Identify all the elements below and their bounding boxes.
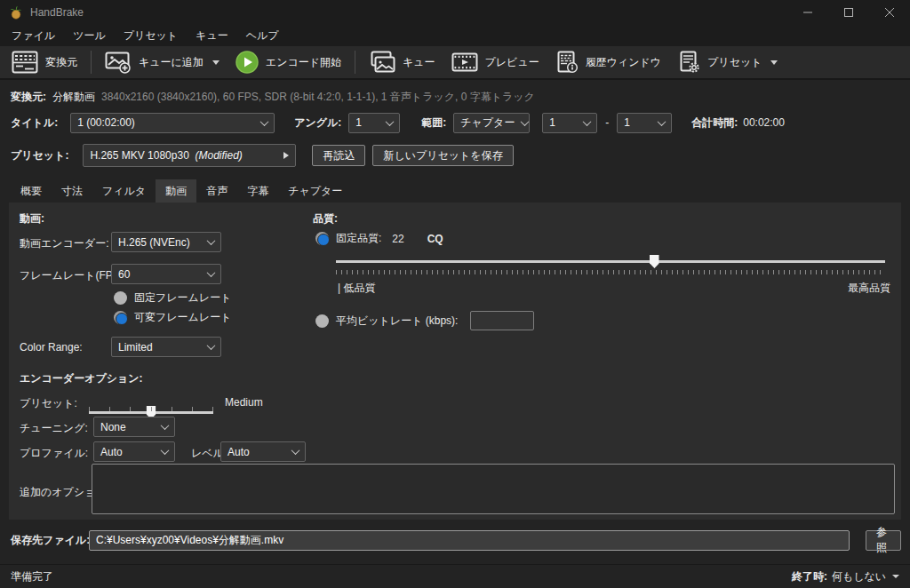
presets-dropdown-icon[interactable]	[770, 60, 778, 65]
preset-label: プリセット:	[11, 148, 68, 163]
menubar: ファイル ツール プリセット キュー ヘルプ	[0, 25, 910, 46]
encoder-preset-ticks	[89, 407, 214, 411]
tab-dimensions[interactable]: 寸法	[52, 179, 92, 203]
tune-value: None	[100, 421, 126, 433]
destination-path-input[interactable]: C:¥Users¥xyz00¥Videos¥分解動画.mkv	[89, 530, 850, 551]
handbrake-window: HandBrake ファイル ツール プリセット キュー ヘルプ	[0, 0, 910, 588]
low-quality-label: | 低品質	[338, 281, 375, 296]
minimize-icon	[803, 8, 812, 17]
video-section-header: 動画:	[20, 211, 44, 226]
close-icon	[885, 8, 894, 17]
tabbar: 概要 寸法 フィルタ 動画 音声 字幕 チャプター	[9, 179, 901, 203]
title-row: タイトル: 1 (00:02:00) アングル: 1 範囲: チャプター 1 -…	[11, 112, 899, 133]
angle-select[interactable]: 1	[348, 113, 400, 133]
vfr-radio-row[interactable]: 可変フレームレート	[114, 310, 231, 325]
close-button[interactable]	[869, 0, 910, 25]
avg-bitrate-input[interactable]	[470, 311, 534, 330]
menu-tools[interactable]: ツール	[64, 25, 115, 47]
add-to-queue-button[interactable]: キューに追加	[97, 47, 228, 77]
minimize-button[interactable]	[787, 0, 828, 25]
preset-select[interactable]: H.265 MKV 1080p30 (Modified)	[83, 144, 296, 167]
cfr-label: 固定フレームレート	[134, 290, 231, 306]
add-to-queue-dropdown-icon[interactable]	[212, 60, 220, 65]
source-details: 3840x2160 (3840x2160), 60 FPS, SDR (8-bi…	[101, 90, 535, 105]
framerate-select[interactable]: 60	[111, 264, 221, 284]
preset-row: プリセット: H.265 MKV 1080p30 (Modified) 再読込 …	[11, 144, 899, 167]
statusbar: 準備完了 終了時: 何もしない	[0, 564, 910, 588]
color-range-value: Limited	[118, 341, 153, 354]
when-done-label: 終了時:	[792, 569, 827, 584]
menu-presets[interactable]: プリセット	[115, 25, 187, 47]
save-new-preset-button[interactable]: 新しいプリセットを保存	[372, 145, 513, 166]
color-range-label: Color Range:	[20, 341, 83, 354]
title-select[interactable]: 1 (00:02:00)	[70, 113, 275, 133]
tab-chapters[interactable]: チャプター	[278, 179, 352, 203]
start-encode-button[interactable]: エンコード開始	[228, 47, 349, 77]
status-text: 準備完了	[11, 569, 53, 584]
video-tab-panel: 動画: 動画エンコーダー: H.265 (NVEnc) フレームレート(FPS)…	[9, 203, 901, 520]
range-end-select[interactable]: 1	[617, 113, 672, 133]
add-to-queue-label: キューに追加	[139, 55, 204, 70]
color-range-select[interactable]: Limited	[111, 337, 221, 357]
cq-radio[interactable]	[315, 232, 329, 245]
quality-slider[interactable]	[336, 254, 885, 268]
activity-log-label: 履歴ウィンドウ	[586, 55, 661, 70]
activity-log-button[interactable]: 履歴ウィンドウ	[547, 47, 669, 77]
avg-bitrate-radio[interactable]	[315, 314, 329, 328]
range-start-value: 1	[549, 116, 555, 129]
preset-select-value: H.265 MKV 1080p30 (Modified)	[90, 149, 242, 162]
tab-summary[interactable]: 概要	[11, 179, 52, 203]
cfr-radio[interactable]	[114, 291, 127, 305]
menu-queue[interactable]: キュー	[187, 25, 237, 47]
tune-select[interactable]: None	[93, 417, 175, 437]
cfr-radio-row[interactable]: 固定フレームレート	[114, 290, 231, 306]
level-select[interactable]: Auto	[220, 441, 306, 462]
vfr-radio[interactable]	[114, 311, 127, 324]
avg-bitrate-radio-row[interactable]: 平均ビットレート (kbps):	[315, 311, 534, 330]
source-icon	[12, 51, 38, 74]
tab-video[interactable]: 動画	[156, 179, 196, 203]
source-button[interactable]: 変換元	[4, 47, 85, 77]
toolbar-separator	[355, 51, 355, 74]
activity-log-icon	[555, 51, 579, 74]
reload-preset-button[interactable]: 再読込	[312, 145, 365, 166]
extra-options-input[interactable]	[92, 464, 895, 514]
when-done-dropdown-icon[interactable]	[892, 575, 899, 578]
destination-path-value: C:¥Users¥xyz00¥Videos¥分解動画.mkv	[96, 533, 283, 548]
profile-label: プロファイル:	[20, 446, 88, 461]
range-start-select[interactable]: 1	[542, 113, 597, 133]
cq-radio-row[interactable]: 固定品質: 22 CQ	[315, 231, 443, 246]
quality-section-header: 品質:	[313, 211, 338, 226]
when-done-control[interactable]: 終了時: 何もしない	[792, 569, 899, 584]
source-info-row: 変換元: 分解動画 3840x2160 (3840x2160), 60 FPS,…	[11, 90, 899, 105]
destination-label: 保存先ファイル:	[11, 533, 90, 548]
chevron-down-icon	[521, 117, 530, 126]
video-encoder-select[interactable]: H.265 (NVEnc)	[111, 232, 221, 252]
menu-help[interactable]: ヘルプ	[237, 25, 288, 47]
maximize-icon	[844, 8, 853, 17]
browse-button[interactable]: 参照	[866, 530, 901, 551]
save-row: 保存先ファイル: C:¥Users¥xyz00¥Videos¥分解動画.mkv …	[11, 528, 901, 552]
range-type-select[interactable]: チャプター	[453, 113, 530, 133]
quality-slider-track[interactable]	[336, 260, 885, 263]
preview-button-label: プレビュー	[485, 55, 539, 70]
toolbar-separator	[91, 51, 92, 74]
tab-filters[interactable]: フィルタ	[92, 179, 156, 203]
queue-button[interactable]: キュー	[361, 47, 443, 77]
chevron-down-icon	[291, 446, 300, 455]
duration-value: 00:02:00	[743, 116, 785, 129]
preview-button[interactable]: プレビュー	[443, 48, 547, 76]
presets-toolbar-button[interactable]: プリセット	[669, 47, 786, 77]
handbrake-logo-icon	[9, 5, 23, 20]
window-title: HandBrake	[30, 6, 84, 19]
save-new-preset-label: 新しいプリセットを保存	[383, 148, 502, 163]
profile-select[interactable]: Auto	[93, 441, 175, 462]
maximize-button[interactable]	[828, 0, 869, 25]
quality-slider-thumb[interactable]	[650, 255, 659, 268]
source-name: 分解動画	[52, 90, 95, 105]
tab-audio[interactable]: 音声	[196, 179, 237, 203]
menu-file[interactable]: ファイル	[3, 25, 64, 47]
queue-button-label: キュー	[403, 55, 435, 70]
tab-subtitles[interactable]: 字幕	[237, 179, 278, 203]
encoder-options-header: エンコーダーオプション:	[20, 371, 143, 386]
